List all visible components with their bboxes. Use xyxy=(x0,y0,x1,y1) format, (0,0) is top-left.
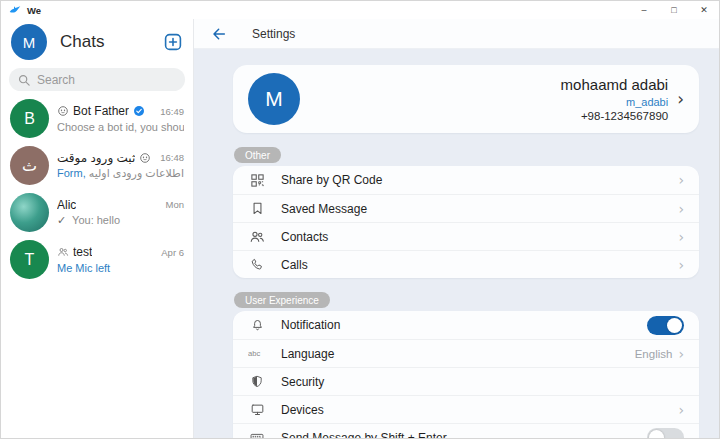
phone-icon xyxy=(248,257,266,272)
chat-name: Alic xyxy=(57,198,76,212)
chevron-right-icon: › xyxy=(678,202,684,216)
chat-item-test[interactable]: T test Apr 6 Me Mic left xyxy=(1,236,193,283)
chat-item-sabt-vorood[interactable]: ث ثبت ورود موقت 16:48 Form, اطلاعات ورود… xyxy=(1,142,193,189)
chat-preview: ✓ You: hello xyxy=(57,214,184,227)
chat-item-alic[interactable]: Alic Mon ✓ You: hello xyxy=(1,189,193,236)
row-label: Share by QR Code xyxy=(281,173,382,187)
search-input[interactable]: Search xyxy=(9,68,185,91)
maximize-button[interactable]: □ xyxy=(659,1,689,19)
row-label: Send Message by Shift + Enter xyxy=(281,431,447,439)
verified-icon xyxy=(133,105,145,117)
chat-preview: Me Mic left xyxy=(57,262,184,274)
shield-icon xyxy=(248,374,266,389)
main-layout: M Chats Search B xyxy=(1,19,719,438)
row-label: Calls xyxy=(281,258,308,272)
send-shift-enter-toggle[interactable] xyxy=(647,428,684,438)
avatar-photo xyxy=(10,193,49,232)
row-language[interactable]: abc Language English › xyxy=(233,339,699,367)
plus-icon xyxy=(164,33,182,51)
preview-text: You: hello xyxy=(72,214,120,226)
row-label: Saved Message xyxy=(281,202,367,216)
chevron-right-icon: › xyxy=(678,347,684,361)
keyboard-icon xyxy=(248,430,266,438)
group-icon xyxy=(57,246,69,258)
search-icon xyxy=(18,74,30,86)
monitor-icon xyxy=(248,402,266,417)
chat-list: B Bot Father 16:49 Choose a bot id, you … xyxy=(1,95,193,438)
language-value: English xyxy=(635,348,673,360)
app-logo-icon xyxy=(9,4,21,16)
chat-time: Apr 6 xyxy=(161,247,184,258)
sent-check-icon: ✓ xyxy=(57,214,66,226)
chat-name: test xyxy=(73,245,92,259)
chat-time: Mon xyxy=(166,199,184,210)
chevron-right-icon: › xyxy=(677,89,684,109)
profile-avatar: M xyxy=(248,73,300,125)
svg-text:abc: abc xyxy=(248,349,260,358)
profile-username: m_adabi xyxy=(561,96,669,108)
chat-time: 16:48 xyxy=(160,152,184,163)
chat-preview: Form, اطلاعات ورودی اولیه xyxy=(57,167,184,180)
profile-name: mohaamd adabi xyxy=(561,76,669,93)
bookmark-icon xyxy=(248,201,266,216)
section-label-other: Other xyxy=(234,147,281,163)
bell-icon xyxy=(248,318,266,333)
user-experience-card: Notification abc Language English › xyxy=(233,311,699,438)
contacts-icon xyxy=(248,229,266,245)
chevron-right-icon: › xyxy=(678,403,684,417)
minimize-button[interactable]: – xyxy=(629,1,659,19)
preview-text: اطلاعات ورودی اولیه xyxy=(89,167,184,179)
chevron-right-icon: › xyxy=(678,230,684,244)
bot-icon xyxy=(139,152,151,164)
settings-header: Settings xyxy=(194,19,719,49)
chat-item-bot-father[interactable]: B Bot Father 16:49 Choose a bot id, you … xyxy=(1,95,193,142)
settings-title: Settings xyxy=(252,27,295,41)
close-button[interactable]: ✕ xyxy=(689,1,719,19)
settings-content: M mohaamd adabi m_adabi +98-1234567890 ›… xyxy=(194,49,719,438)
window-controls: – □ ✕ xyxy=(629,1,719,19)
row-notification[interactable]: Notification xyxy=(233,311,699,339)
row-devices[interactable]: Devices › xyxy=(233,395,699,423)
row-label: Language xyxy=(281,347,334,361)
new-chat-button[interactable] xyxy=(164,33,182,51)
app-title: We xyxy=(27,5,41,16)
profile-card[interactable]: M mohaamd adabi m_adabi +98-1234567890 › xyxy=(233,65,699,133)
row-saved-message[interactable]: Saved Message › xyxy=(233,194,699,222)
back-button[interactable] xyxy=(211,26,227,42)
avatar: ث xyxy=(10,146,49,185)
back-arrow-icon xyxy=(211,26,227,42)
row-calls[interactable]: Calls › xyxy=(233,250,699,278)
settings-panel: Settings M mohaamd adabi m_adabi +98-123… xyxy=(194,19,719,438)
row-security[interactable]: Security xyxy=(233,367,699,395)
row-label: Devices xyxy=(281,403,324,417)
search-placeholder: Search xyxy=(37,73,75,87)
row-contacts[interactable]: Contacts › xyxy=(233,222,699,250)
profile-phone: +98-1234567890 xyxy=(561,110,669,122)
chats-title: Chats xyxy=(60,32,104,52)
avatar: B xyxy=(10,99,49,138)
chat-preview: Choose a bot id, you should select bot w xyxy=(57,121,184,133)
row-send-message-shift-enter[interactable]: Send Message by Shift + Enter xyxy=(233,423,699,438)
chat-name: Bot Father xyxy=(73,104,129,118)
sidebar-header: M Chats xyxy=(1,19,193,62)
chat-name: ثبت ورود موقت xyxy=(57,151,135,165)
user-avatar[interactable]: M xyxy=(11,24,47,60)
preview-sender: Form, xyxy=(57,167,86,179)
window-titlebar: We – □ ✕ xyxy=(1,1,719,19)
row-label: Contacts xyxy=(281,230,328,244)
chevron-right-icon: › xyxy=(678,173,684,187)
notification-toggle[interactable] xyxy=(647,316,684,335)
avatar: T xyxy=(10,240,49,279)
bot-icon xyxy=(57,105,69,117)
row-label: Notification xyxy=(281,318,340,332)
qr-code-icon xyxy=(248,173,266,188)
section-label-user-experience: User Experience xyxy=(234,292,330,308)
chats-sidebar: M Chats Search B xyxy=(1,19,194,438)
row-label: Security xyxy=(281,375,324,389)
abc-icon: abc xyxy=(248,347,266,360)
other-card: Share by QR Code › Saved Message › Conta… xyxy=(233,166,699,278)
chat-time: 16:49 xyxy=(160,106,184,117)
chevron-right-icon: › xyxy=(678,258,684,272)
row-share-by-qr-code[interactable]: Share by QR Code › xyxy=(233,166,699,194)
